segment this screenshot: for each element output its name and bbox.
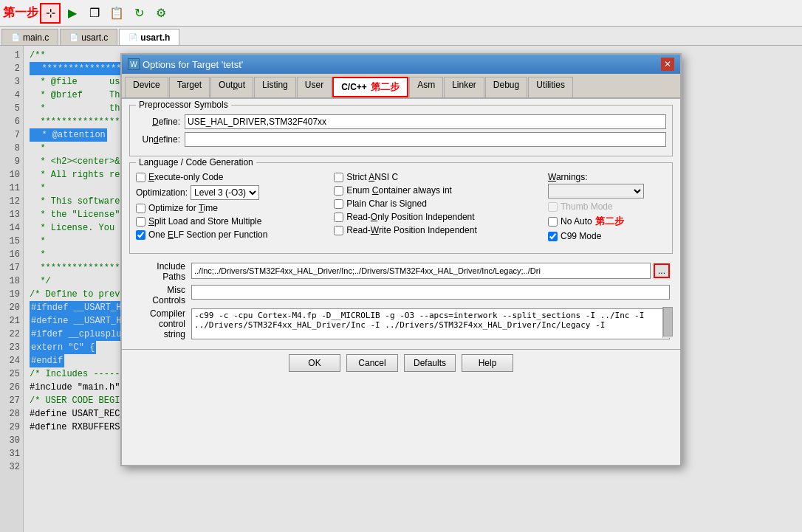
enum-container-row: Enum Container always int [334,185,542,196]
language-title: Language / Code Generation [136,157,256,167]
refresh-button[interactable]: ↻ [128,3,149,24]
preprocessor-title: Preprocessor Symbols [136,100,231,110]
optimization-row: Optimization: Level 3 (-O3) Level 0 (-O0… [136,185,328,200]
run-button[interactable]: ▶ [62,3,83,24]
step1-label: 第一步 [3,5,38,21]
compiler-control-textarea[interactable]: -c99 -c -cpu Cortex-M4.fp -D__MICROLIB -… [191,308,670,339]
one-elf-row: One ELF Section per Function [136,229,328,240]
plain-char-row: Plain Char is Signed [334,198,542,209]
one-elf-label: One ELF Section per Function [148,229,267,240]
readonly-pos-label: Read-Only Position Independent [346,212,474,222]
include-paths-label: IncludePaths [129,260,188,283]
optimization-select[interactable]: Level 3 (-O3) Level 0 (-O0) Level 1 (-O1… [191,185,259,200]
misc-controls-label: MiscControls [129,283,188,307]
execute-only-label: Execute-only Code [148,172,223,182]
compiler-control-cell: -c99 -c -cpu Cortex-M4.fp -D__MICROLIB -… [188,307,673,343]
one-elf-checkbox[interactable] [136,230,145,240]
c99-mode-label: C99 Mode [561,231,601,241]
thumb-mode-checkbox[interactable] [548,202,558,212]
thumb-mode-container: Thumb Mode [548,201,666,212]
right-checkboxes: Strict ANSI C Enum Container always int … [334,172,542,244]
tab-listing[interactable]: Listing [254,77,296,97]
dialog-overlay: W Options for Target 'tetst' ✕ Device Ta… [0,46,802,532]
optimize-time-checkbox[interactable] [136,204,145,213]
tab-label: usart.c [81,32,108,43]
dialog-tab-bar: Device Target Output Listing User C/C++ … [122,74,680,99]
tab-device[interactable]: Device [125,77,168,97]
warnings-select[interactable]: All Warnings [548,184,644,198]
include-paths-input[interactable] [191,263,651,279]
tab-cpp[interactable]: C/C++ 第二步 [332,77,408,97]
compiler-control-label: Compilercontrolstring [129,307,188,343]
include-paths-cell: ... [188,260,673,280]
dialog-close-button[interactable]: ✕ [661,58,674,71]
defaults-button[interactable]: Defaults [404,354,456,372]
toolbar: 第一步 ⊹ ▶ ❐ 📋 ↻ ⚙ [0,0,802,27]
undefine-input[interactable] [185,132,666,147]
tab-debug[interactable]: Debug [485,77,527,97]
language-section: Language / Code Generation Execute-only … [129,162,673,254]
execute-only-checkbox[interactable] [136,173,145,182]
debug-button[interactable]: ⚙ [151,3,171,24]
file-tabs: 📄 main.c 📄 usart.c 📄 usart.h [0,27,802,46]
tab-usart-h[interactable]: 📄 usart.h [119,29,179,45]
tab-linker[interactable]: Linker [444,77,484,97]
define-row: Define: [136,114,666,129]
tab-output[interactable]: Output [210,77,253,97]
ok-button[interactable]: OK [289,354,340,372]
tab-usart-c[interactable]: 📄 usart.c [60,29,117,45]
paste-button[interactable]: 📋 [106,3,127,24]
file-icon: 📄 [69,33,78,41]
readonly-pos-checkbox[interactable] [334,213,343,222]
readonly-pos-row: Read-Only Position Independent [334,212,542,222]
tab-label: usart.h [140,32,170,43]
help-button[interactable]: Help [462,354,513,372]
dialog-footer: OK Cancel Defaults Help [122,349,680,376]
enum-container-label: Enum Container always int [346,185,452,196]
misc-controls-input[interactable] [191,285,670,300]
tab-asm[interactable]: Asm [409,77,443,97]
optimization-label: Optimization: [136,187,188,198]
enum-container-checkbox[interactable] [334,186,343,196]
warnings-label: Warnings: [548,172,666,182]
tab-main-c[interactable]: 📄 main.c [1,29,58,45]
split-load-label: Split Load and Store Multiple [148,216,261,227]
tab-utilities[interactable]: Utilities [528,77,573,97]
dialog-titlebar: W Options for Target 'tetst' ✕ [122,55,680,74]
options-dialog: W Options for Target 'tetst' ✕ Device Ta… [120,53,682,466]
readwrite-pos-checkbox[interactable] [334,226,343,235]
plain-char-checkbox[interactable] [334,199,343,209]
select-tool-button[interactable]: ⊹ [40,3,61,24]
define-input[interactable] [185,114,666,129]
readwrite-pos-label: Read-Write Position Independent [346,225,477,235]
cancel-button[interactable]: Cancel [346,354,398,372]
split-load-checkbox[interactable] [136,217,145,227]
preprocessor-section: Preprocessor Symbols Define: Undefine: [129,105,673,156]
include-paths-browse-button[interactable]: ... [654,263,670,278]
optimize-time-row: Optimize for Time [136,203,328,213]
tab-label: main.c [23,32,49,43]
misc-controls-cell [188,283,673,307]
dialog-title-text: Options for Target 'tetst' [143,59,243,70]
step2a-annotation: 第二步 [371,81,400,92]
thumb-mode-row: Thumb Mode [548,201,666,212]
plain-char-label: Plain Char is Signed [346,198,427,209]
dialog-icon: W [128,58,140,70]
copy-button[interactable]: ❐ [84,3,105,24]
optimize-time-label: Optimize for Time [148,203,218,213]
no-auto-row: No Auto 第二步 [548,215,666,228]
left-checkboxes: Execute-only Code Optimization: Level 3 … [136,172,328,244]
warnings-column: Warnings: All Warnings Thumb Mode [548,172,666,244]
file-icon: 📄 [11,33,20,41]
tab-target[interactable]: Target [169,77,210,97]
step2b-annotation: 第二步 [595,215,624,228]
include-paths-table: IncludePaths ... MiscControls Compil [129,260,673,343]
no-auto-checkbox[interactable] [548,217,558,227]
strict-ansi-checkbox[interactable] [334,173,343,182]
split-load-row: Split Load and Store Multiple [136,216,328,227]
strict-ansi-row: Strict ANSI C [334,172,542,182]
tab-user[interactable]: User [297,77,332,97]
strict-ansi-label: Strict ANSI C [346,172,398,182]
c99-mode-checkbox[interactable] [548,232,558,241]
file-icon: 📄 [128,33,137,41]
